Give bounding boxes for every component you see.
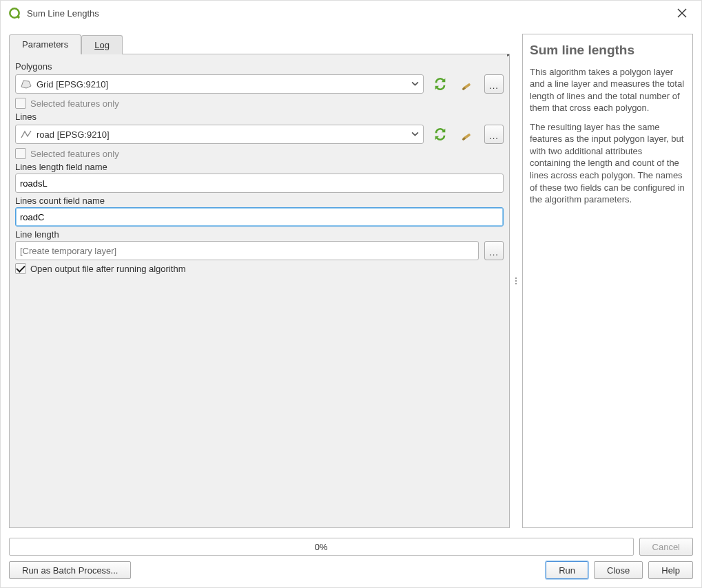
lines-label: Lines bbox=[15, 112, 504, 122]
lines-selected-only-label: Selected features only bbox=[30, 149, 119, 159]
tab-parameters[interactable]: Parameters bbox=[9, 34, 81, 54]
polygons-browse-button[interactable]: ... bbox=[484, 74, 504, 94]
chevron-down-icon bbox=[411, 129, 419, 140]
splitter-handle[interactable] bbox=[514, 34, 518, 528]
help-paragraph-2: The resulting layer has the same feature… bbox=[530, 121, 685, 206]
close-button[interactable]: Close bbox=[594, 561, 643, 579]
polygons-selected-only-checkbox bbox=[15, 98, 26, 109]
progress-text: 0% bbox=[315, 542, 328, 552]
lines-iterate-button[interactable] bbox=[429, 123, 451, 145]
svg-marker-4 bbox=[21, 81, 31, 88]
collapse-right-icon[interactable]: ▸ bbox=[507, 54, 510, 58]
open-after-label: Open output file after running algorithm bbox=[30, 264, 185, 274]
polygons-iterate-button[interactable] bbox=[429, 73, 451, 95]
polygons-label: Polygons bbox=[15, 61, 504, 72]
window-title: Sum Line Lengths bbox=[27, 8, 670, 19]
cancel-button: Cancel bbox=[639, 538, 693, 556]
titlebar: Sum Line Lengths bbox=[1, 1, 701, 25]
help-title: Sum line lengths bbox=[530, 41, 685, 59]
output-row: ... bbox=[15, 241, 504, 260]
left-panel: Parameters Log ▸ Polygons Grid [EPSG:921… bbox=[9, 34, 510, 528]
polygons-selected-only-label: Selected features only bbox=[30, 98, 119, 109]
polygons-select[interactable]: Grid [EPSG:9210] bbox=[15, 74, 424, 94]
tab-bar: Parameters Log bbox=[9, 34, 510, 54]
content: Parameters Log ▸ Polygons Grid [EPSG:921… bbox=[1, 25, 701, 587]
polygons-advanced-button[interactable] bbox=[457, 73, 479, 95]
polygon-layer-icon bbox=[20, 79, 32, 89]
length-field-label: Lines length field name bbox=[15, 162, 504, 172]
output-label: Line length bbox=[15, 229, 504, 240]
lines-browse-button[interactable]: ... bbox=[484, 125, 504, 144]
chevron-down-icon bbox=[411, 79, 419, 90]
help-panel: Sum line lengths This algorithm takes a … bbox=[522, 34, 693, 528]
line-layer-icon bbox=[20, 129, 32, 139]
polygons-row: Grid [EPSG:9210] ... bbox=[15, 73, 504, 95]
close-icon[interactable] bbox=[670, 3, 694, 23]
length-field-input[interactable] bbox=[15, 174, 504, 193]
tab-log[interactable]: Log bbox=[81, 35, 123, 54]
lines-selected-only-checkbox bbox=[15, 148, 26, 159]
button-row: Run as Batch Process... Run Close Help bbox=[9, 561, 693, 579]
progress-bar: 0% bbox=[9, 538, 634, 556]
open-after-checkbox[interactable] bbox=[15, 263, 26, 274]
parameters-panel: ▸ Polygons Grid [EPSG:9210] bbox=[9, 54, 510, 528]
lines-advanced-button[interactable] bbox=[457, 123, 479, 145]
lines-selected-only-row: Selected features only bbox=[15, 148, 504, 159]
progress-row: 0% Cancel bbox=[9, 538, 693, 556]
count-field-input[interactable] bbox=[15, 207, 504, 227]
batch-button[interactable]: Run as Batch Process... bbox=[9, 561, 131, 579]
lines-row: road [EPSG:9210] ... bbox=[15, 123, 504, 145]
lines-select[interactable]: road [EPSG:9210] bbox=[15, 125, 424, 144]
open-after-row[interactable]: Open output file after running algorithm bbox=[15, 263, 504, 274]
lines-value: road [EPSG:9210] bbox=[37, 129, 411, 140]
help-button[interactable]: Help bbox=[648, 561, 693, 579]
help-paragraph-1: This algorithm takes a polygon layer and… bbox=[530, 66, 685, 114]
app-icon bbox=[8, 6, 21, 20]
output-browse-button[interactable]: ... bbox=[484, 241, 504, 260]
run-button[interactable]: Run bbox=[546, 561, 588, 579]
dialog-window: Sum Line Lengths Parameters Log ▸ Polygo… bbox=[0, 0, 702, 588]
main-row: Parameters Log ▸ Polygons Grid [EPSG:921… bbox=[9, 34, 693, 528]
polygons-selected-only-row: Selected features only bbox=[15, 98, 504, 109]
count-field-label: Lines count field name bbox=[15, 196, 504, 206]
polygons-value: Grid [EPSG:9210] bbox=[37, 79, 411, 90]
output-input[interactable] bbox=[15, 241, 479, 260]
